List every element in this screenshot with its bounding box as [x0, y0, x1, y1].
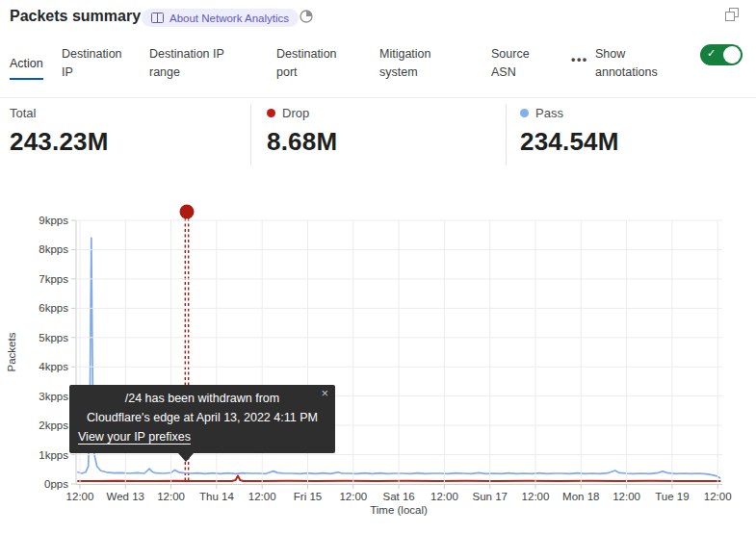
- x-tick-label: Tue 19: [655, 491, 689, 502]
- tab-destination-ip-range[interactable]: Destination IP range: [149, 45, 238, 82]
- stat-pass-value: 234.54M: [520, 127, 619, 157]
- time-period-icon[interactable]: [299, 9, 314, 24]
- stat-drop: Drop 8.68M: [267, 106, 337, 157]
- y-tick-label: 8kpps: [39, 243, 68, 255]
- y-tick-label: 4kpps: [39, 361, 68, 372]
- y-tick-label: 3kpps: [39, 391, 68, 402]
- y-tick-label: 5kpps: [39, 332, 68, 343]
- stat-total: Total 243.23M: [10, 106, 109, 157]
- close-icon[interactable]: ×: [321, 387, 328, 399]
- x-tick-label: Wed 13: [107, 491, 144, 502]
- page-title: Packets summary: [10, 8, 141, 25]
- view-ip-prefixes-link[interactable]: View your IP prefixes: [78, 428, 191, 447]
- tooltip-line1: /24 has been withdrawn from: [78, 390, 326, 409]
- y-tick-label: 6kpps: [39, 302, 68, 314]
- tooltip-line2: Cloudflare's edge at April 13, 2022 4:11…: [78, 409, 326, 428]
- y-tick-label: 1kpps: [39, 449, 68, 461]
- tab-source-asn[interactable]: Source ASN: [491, 45, 541, 82]
- x-tick-label: Sat 16: [382, 491, 414, 502]
- x-tick-label: 12:00: [157, 491, 185, 502]
- popout-square-front: [725, 12, 735, 21]
- packets-summary-panel: 12:00Tue 1912:00Mon 1812:00Sun 1712:00Sa…: [0, 0, 756, 534]
- check-icon: ✓: [707, 47, 716, 60]
- more-tabs-icon[interactable]: •••: [571, 53, 588, 66]
- stat-drop-value: 8.68M: [267, 127, 337, 157]
- show-annotations-label: Show annotations: [595, 45, 678, 82]
- about-network-analytics-badge[interactable]: About Network Analytics: [142, 9, 299, 27]
- x-tick-label: 12:00: [613, 491, 640, 502]
- y-tick-label: 2kpps: [39, 420, 68, 431]
- x-tick-label: 12:00: [66, 491, 94, 502]
- badge-label: About Network Analytics: [169, 13, 289, 24]
- x-tick-label: 12:00: [339, 491, 367, 502]
- stat-total-label: Total: [10, 106, 36, 120]
- tab-destination-port[interactable]: Destination port: [276, 45, 352, 82]
- x-tick-label: Mon 18: [562, 491, 599, 502]
- x-axis-title: Time (local): [370, 504, 428, 516]
- x-tick-label: Thu 14: [199, 491, 234, 502]
- y-tick-label: 0pps: [44, 478, 68, 490]
- annotation-tooltip: /24 has been withdrawn from Cloudflare's…: [69, 385, 335, 453]
- dimension-tabs: Action Destination IP Destination IP ran…: [0, 42, 756, 96]
- y-tick-label: 7kpps: [39, 273, 68, 285]
- tab-mitigation-system[interactable]: Mitigation system: [379, 45, 449, 82]
- annotation-marker-dot[interactable]: [179, 205, 194, 219]
- popout-window-icon[interactable]: [725, 8, 739, 21]
- tooltip-caret: [178, 453, 194, 462]
- y-tick-label: 9kpps: [39, 215, 68, 226]
- toggle-knob: [723, 46, 741, 64]
- book-icon: [151, 13, 164, 23]
- stat-drop-label: Drop: [282, 106, 309, 120]
- x-tick-label: Fri 15: [294, 491, 322, 502]
- pass-legend-dot: [520, 109, 529, 117]
- stat-pass: Pass 234.54M: [520, 106, 619, 157]
- show-annotations-toggle[interactable]: ✓: [700, 44, 743, 65]
- tab-action[interactable]: Action: [10, 55, 43, 80]
- x-tick-label: 12:00: [704, 491, 732, 502]
- panel-header: Packets summary About Network Analytics: [0, 0, 756, 38]
- drop-legend-dot: [267, 109, 275, 117]
- x-tick-label: 12:00: [430, 491, 458, 502]
- x-tick-label: 12:00: [522, 491, 550, 502]
- stat-total-value: 243.23M: [10, 127, 109, 157]
- x-tick-label: 12:00: [248, 491, 276, 502]
- tab-destination-ip[interactable]: Destination IP: [62, 45, 131, 82]
- stat-pass-label: Pass: [535, 106, 563, 120]
- y-axis-title: Packets: [6, 332, 17, 371]
- x-tick-label: Sun 17: [472, 491, 507, 502]
